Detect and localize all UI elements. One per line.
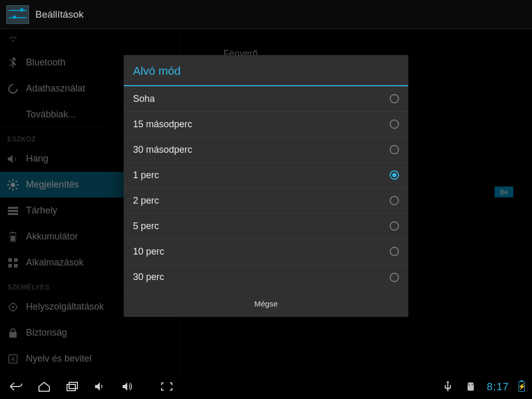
option-1m[interactable]: 1 perc [124,163,408,188]
option-label: 5 perc [133,221,159,232]
option-label: 1 perc [133,170,159,181]
dialog-title: Alvó mód [124,55,408,86]
option-label: 2 perc [133,195,159,206]
option-10m[interactable]: 10 perc [124,239,408,264]
radio-icon-selected [390,170,399,180]
radio-icon [390,196,399,205]
option-label: 15 másodperc [133,119,192,130]
svg-rect-30 [69,382,77,389]
navbar-left [4,380,174,393]
home-button[interactable] [37,380,51,393]
android-debug-icon[interactable] [464,380,477,393]
radio-icon [390,94,399,103]
battery-charging-icon[interactable]: ⚡ [518,381,525,392]
svg-point-32 [472,384,473,385]
svg-rect-29 [67,384,75,391]
option-2m[interactable]: 2 perc [124,188,408,214]
navbar-right: 8:17 ⚡ [441,380,528,393]
radio-icon [390,145,399,154]
option-15s[interactable]: 15 másodperc [124,112,408,137]
settings-app-icon [6,5,29,24]
option-label: 30 perc [133,272,164,283]
option-label: 30 másodperc [133,144,192,155]
dialog-cancel-button[interactable]: Mégse [124,290,408,317]
screenshot-button[interactable] [160,380,174,393]
app-title: Beállítások [35,9,84,20]
option-label: 10 perc [133,246,164,257]
back-button[interactable] [9,380,23,393]
dialog-options: Soha 15 másodperc 30 másodperc 1 perc 2 … [124,86,408,290]
radio-icon [390,119,399,129]
system-navbar: 8:17 ⚡ [0,374,532,399]
status-clock[interactable]: 8:17 [487,381,509,393]
volume-up-button[interactable] [122,380,135,393]
radio-icon [390,273,399,282]
option-5m[interactable]: 5 perc [124,214,408,239]
option-label: Soha [133,94,155,104]
option-30m[interactable]: 30 perc [124,264,408,290]
app-header: Beállítások [0,0,532,29]
radio-icon [390,221,399,231]
radio-icon [390,247,399,256]
sleep-mode-dialog: Alvó mód Soha 15 másodperc 30 másodperc … [124,55,408,317]
recents-button[interactable] [65,380,79,393]
svg-point-31 [469,384,470,385]
usb-icon[interactable] [441,380,455,393]
option-30s[interactable]: 30 másodperc [124,137,408,163]
volume-down-button[interactable] [94,380,107,393]
option-never[interactable]: Soha [124,86,408,112]
